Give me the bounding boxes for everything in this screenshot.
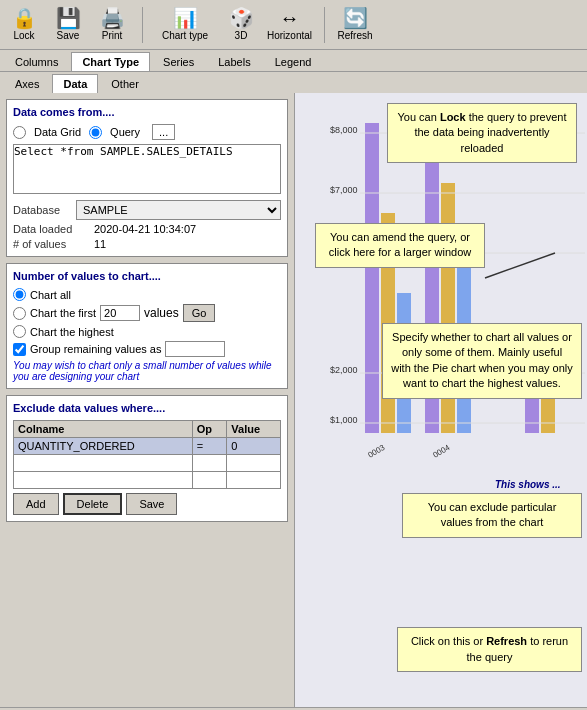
horizontal-button[interactable]: ↔️ Horizontal: [267, 8, 312, 41]
radio-query[interactable]: [89, 126, 102, 139]
exclude-section: Exclude data values where.... Colname Op…: [6, 395, 288, 522]
svg-rect-5: [365, 123, 379, 433]
save-label: Save: [57, 30, 80, 41]
svg-text:0003: 0003: [367, 443, 387, 460]
right-panel: $8,000 $7,000 $6,000 $2,000 $1,000 0003 …: [295, 93, 587, 707]
chart-first-row: Chart the first 20 values Go: [13, 304, 281, 322]
go-button[interactable]: Go: [183, 304, 216, 322]
data-loaded-value: 2020-04-21 10:34:07: [94, 223, 196, 235]
specify-callout: Specify whether to chart all values or o…: [382, 323, 582, 399]
chart-highest-label: Chart the highest: [30, 326, 114, 338]
row-colname: QUANTITY_ORDERED: [14, 438, 193, 455]
chart-svg: $8,000 $7,000 $6,000 $2,000 $1,000 0003 …: [295, 93, 587, 707]
database-row: Database SAMPLE: [13, 200, 281, 220]
chart-highest-row: Chart the highest: [13, 325, 281, 338]
print-button[interactable]: 🖨️ Print: [94, 8, 130, 41]
num-values-value: 11: [94, 238, 106, 250]
radio-chart-first[interactable]: [13, 307, 26, 320]
source-radio-row: Data Grid Query ...: [13, 124, 281, 140]
tab-data[interactable]: Data: [52, 74, 98, 93]
group-remaining-label: Group remaining values as: [30, 343, 161, 355]
refresh-button[interactable]: 🔄 Refresh: [337, 8, 373, 41]
tab-other[interactable]: Other: [100, 74, 150, 93]
delete-button[interactable]: Delete: [63, 493, 123, 515]
add-button[interactable]: Add: [13, 493, 59, 515]
val-header: Value: [227, 421, 281, 438]
tab-series[interactable]: Series: [152, 52, 205, 71]
three-d-button[interactable]: 🎲 3D: [223, 8, 259, 41]
exclude-callout-text: You can exclude particular values from t…: [428, 501, 557, 528]
values-label: values: [144, 306, 179, 320]
svg-text:This shows ...: This shows ...: [495, 479, 561, 490]
data-loaded-label: Data loaded: [13, 223, 88, 235]
tabs-row-1: Columns Chart Type Series Labels Legend: [0, 50, 587, 72]
radio-data-grid-label: Data Grid: [34, 126, 81, 138]
save-icon: 💾: [56, 8, 81, 28]
svg-text:$1,000: $1,000: [330, 415, 358, 425]
horizontal-icon: ↔️: [280, 8, 300, 28]
refresh-icon: 🔄: [343, 8, 368, 28]
main-content: Data comes from.... Data Grid Query ... …: [0, 93, 587, 707]
horizontal-label: Horizontal: [267, 30, 312, 41]
radio-data-grid[interactable]: [13, 126, 26, 139]
col-header: Colname: [14, 421, 193, 438]
chart-first-label: Chart the first: [30, 307, 96, 319]
table-row-empty2: [14, 472, 281, 489]
lock-label: Lock: [13, 30, 34, 41]
separator-1: [142, 7, 143, 43]
chart-first-input[interactable]: 20: [100, 305, 140, 321]
database-select[interactable]: SAMPLE: [76, 200, 281, 220]
tab-legend[interactable]: Legend: [264, 52, 323, 71]
data-loaded-row: Data loaded 2020-04-21 10:34:07: [13, 223, 281, 235]
svg-text:0004: 0004: [432, 443, 452, 460]
exclude-table: Colname Op Value QUANTITY_ORDERED = 0: [13, 420, 281, 489]
svg-text:$2,000: $2,000: [330, 365, 358, 375]
row-op: =: [192, 438, 227, 455]
query-textarea[interactable]: Select *from SAMPLE.SALES_DETAILS: [13, 144, 281, 194]
refresh-label: Refresh: [338, 30, 373, 41]
specify-callout-text: Specify whether to chart all values or o…: [391, 331, 573, 389]
row-val: 0: [227, 438, 281, 455]
exclude-title: Exclude data values where....: [13, 402, 281, 414]
op-header: Op: [192, 421, 227, 438]
svg-text:$7,000: $7,000: [330, 185, 358, 195]
amend-callout-text: You can amend the query, or click here f…: [329, 231, 471, 258]
chart-type-button[interactable]: 📊 Chart type: [155, 8, 215, 41]
tab-axes[interactable]: Axes: [4, 74, 50, 93]
lock-callout-text: You can Lock the query to prevent the da…: [397, 111, 566, 154]
tab-chart-type[interactable]: Chart Type: [71, 52, 150, 71]
group-remaining-input[interactable]: Other: [165, 341, 225, 357]
ellipsis-button[interactable]: ...: [152, 124, 175, 140]
group-remaining-checkbox[interactable]: [13, 343, 26, 356]
table-row-empty: [14, 455, 281, 472]
radio-chart-all[interactable]: [13, 288, 26, 301]
save-exclude-button[interactable]: Save: [126, 493, 177, 515]
chart-type-label: Chart type: [162, 30, 208, 41]
three-d-icon: 🎲: [229, 8, 254, 28]
table-row[interactable]: QUANTITY_ORDERED = 0: [14, 438, 281, 455]
data-comes-from-section: Data comes from.... Data Grid Query ... …: [6, 99, 288, 257]
radio-query-label: Query: [110, 126, 140, 138]
svg-text:$8,000: $8,000: [330, 125, 358, 135]
database-label: Database: [13, 204, 70, 216]
save-button[interactable]: 💾 Save: [50, 8, 86, 41]
left-panel: Data comes from.... Data Grid Query ... …: [0, 93, 295, 707]
number-of-values-section: Number of values to chart.... Chart all …: [6, 263, 288, 389]
num-values-label: # of values: [13, 238, 88, 250]
tab-columns[interactable]: Columns: [4, 52, 69, 71]
radio-chart-highest[interactable]: [13, 325, 26, 338]
exclude-btn-row: Add Delete Save: [13, 493, 281, 515]
tabs-row-2: Axes Data Other: [0, 72, 587, 93]
lock-button[interactable]: 🔒 Lock: [6, 8, 42, 41]
print-label: Print: [102, 30, 123, 41]
lock-icon: 🔒: [12, 8, 37, 28]
amend-callout: You can amend the query, or click here f…: [315, 223, 485, 268]
chart-type-icon: 📊: [173, 8, 198, 28]
chart-hint-text: You may wish to chart only a small numbe…: [13, 360, 281, 382]
three-d-label: 3D: [235, 30, 248, 41]
tab-labels[interactable]: Labels: [207, 52, 261, 71]
lock-callout: You can Lock the query to prevent the da…: [387, 103, 577, 163]
num-values-row: # of values 11: [13, 238, 281, 250]
chart-all-row: Chart all: [13, 288, 281, 301]
number-of-values-title: Number of values to chart....: [13, 270, 281, 282]
